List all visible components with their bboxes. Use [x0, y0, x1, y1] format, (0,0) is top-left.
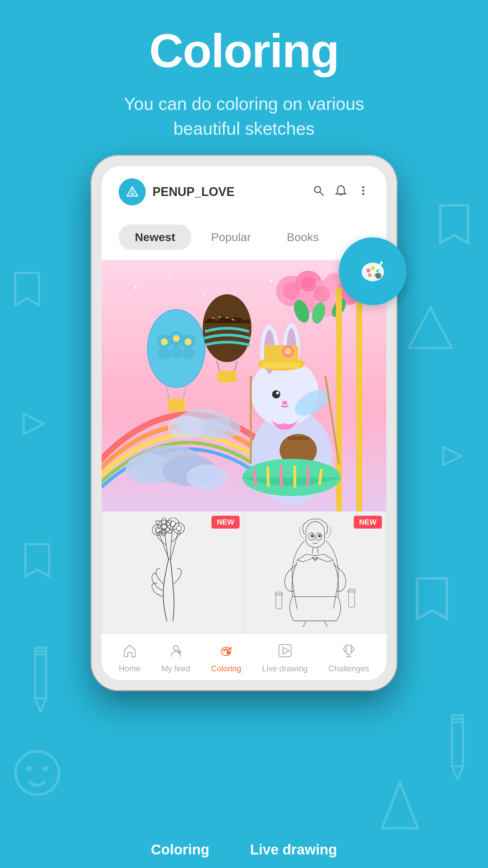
- svg-point-14: [43, 766, 48, 771]
- nav-challenges-label: Challenges: [328, 664, 369, 673]
- svg-marker-1: [25, 544, 49, 576]
- header-section: Coloring You can do coloring on various …: [0, 0, 488, 141]
- nav-challenges[interactable]: Challenges: [328, 643, 369, 673]
- svg-rect-6: [35, 651, 46, 698]
- svg-marker-10: [452, 766, 463, 780]
- svg-marker-155: [230, 647, 232, 649]
- search-icon[interactable]: [312, 184, 325, 200]
- nav-coloring[interactable]: Coloring: [211, 643, 241, 673]
- svg-point-59: [185, 338, 191, 345]
- page-title: Coloring: [0, 27, 488, 75]
- svg-marker-15: [409, 308, 452, 348]
- app-name: PENUP_LOVE: [152, 185, 306, 199]
- trophy-icon: [341, 643, 356, 661]
- svg-rect-70: [218, 371, 237, 382]
- svg-marker-4: [24, 414, 44, 434]
- svg-line-136: [312, 548, 313, 554]
- svg-line-111: [320, 469, 321, 485]
- tab-newest[interactable]: Newest: [119, 224, 191, 250]
- svg-point-45: [186, 465, 227, 490]
- svg-point-12: [16, 751, 59, 795]
- svg-marker-157: [283, 647, 289, 654]
- svg-line-115: [158, 530, 169, 560]
- phone-mockup: PENUP_LOVE: [92, 156, 396, 690]
- nav-livedrawing-label: Live drawing: [262, 664, 308, 673]
- palette-circle-icon: [339, 237, 407, 305]
- app-bar: PENUP_LOVE: [102, 166, 386, 218]
- coloring-main-image: [102, 260, 386, 511]
- svg-marker-16: [382, 783, 418, 828]
- feature-livedrawing: Live drawing: [250, 842, 337, 858]
- subtitle: You can do coloring on various beautiful…: [0, 92, 488, 141]
- svg-marker-3: [417, 578, 447, 619]
- svg-rect-8: [35, 648, 46, 654]
- svg-marker-5: [443, 447, 462, 465]
- svg-point-34: [362, 190, 364, 192]
- svg-line-110: [308, 467, 308, 487]
- svg-point-20: [371, 267, 375, 270]
- svg-point-47: [168, 415, 205, 439]
- nav-myfeed[interactable]: My feed: [161, 643, 190, 673]
- bottom-feature-labels: Coloring Live drawing: [0, 842, 488, 858]
- bottom-nav: Home My feed: [102, 633, 386, 680]
- nav-coloring-label: Coloring: [211, 664, 241, 673]
- svg-point-48: [200, 417, 241, 439]
- svg-line-107: [268, 467, 268, 487]
- svg-line-138: [303, 621, 306, 627]
- person-icon: [168, 643, 183, 661]
- tab-books[interactable]: Books: [270, 224, 335, 250]
- svg-point-18: [362, 263, 384, 281]
- nav-home[interactable]: Home: [119, 643, 141, 673]
- svg-point-39: [202, 293, 204, 295]
- svg-point-99: [285, 348, 291, 355]
- livedrawing-feature-label: Live drawing: [250, 842, 337, 858]
- svg-point-35: [362, 193, 364, 195]
- svg-point-144: [174, 646, 178, 650]
- svg-point-37: [134, 286, 137, 289]
- play-icon: [278, 643, 292, 661]
- svg-point-92: [272, 390, 280, 398]
- svg-marker-7: [35, 698, 46, 712]
- phone-frame: PENUP_LOVE: [92, 156, 396, 690]
- svg-point-135: [319, 534, 321, 536]
- svg-point-33: [362, 186, 364, 188]
- svg-point-93: [276, 392, 279, 394]
- svg-point-23: [368, 273, 372, 277]
- notification-icon[interactable]: [335, 184, 347, 200]
- svg-point-117: [161, 524, 167, 530]
- svg-point-54: [158, 348, 170, 360]
- thumbnail-flowers[interactable]: NEW: [102, 511, 244, 633]
- thumbnails-row: NEW: [102, 511, 386, 633]
- svg-point-134: [312, 534, 313, 536]
- svg-point-38: [168, 276, 170, 278]
- phone-screen: PENUP_LOVE: [102, 166, 386, 680]
- svg-point-150: [225, 648, 227, 650]
- svg-point-57: [161, 338, 168, 345]
- more-icon[interactable]: [357, 184, 369, 200]
- svg-point-56: [182, 348, 194, 360]
- svg-point-40: [270, 279, 272, 282]
- home-icon: [122, 643, 137, 661]
- tab-popular[interactable]: Popular: [195, 224, 267, 250]
- svg-point-153: [227, 651, 230, 655]
- svg-point-94: [282, 401, 287, 405]
- svg-point-80: [314, 286, 330, 302]
- thumbnail-anime[interactable]: NEW: [244, 511, 386, 633]
- svg-line-139: [324, 621, 327, 627]
- svg-rect-102: [287, 437, 309, 440]
- anime-sketch: [244, 512, 386, 633]
- svg-line-31: [320, 192, 323, 195]
- app-logo: [119, 178, 146, 205]
- nav-livedrawing[interactable]: Live drawing: [262, 643, 308, 673]
- svg-rect-9: [452, 719, 463, 766]
- svg-marker-0: [15, 273, 39, 305]
- coloring-feature-label: Coloring: [151, 842, 209, 858]
- svg-point-58: [173, 335, 180, 342]
- svg-line-106: [254, 469, 256, 486]
- svg-marker-2: [440, 205, 468, 243]
- svg-point-78: [283, 282, 300, 299]
- svg-point-13: [26, 766, 32, 771]
- new-badge-1: NEW: [211, 516, 240, 529]
- svg-rect-140: [276, 594, 282, 609]
- nav-myfeed-label: My feed: [161, 664, 190, 673]
